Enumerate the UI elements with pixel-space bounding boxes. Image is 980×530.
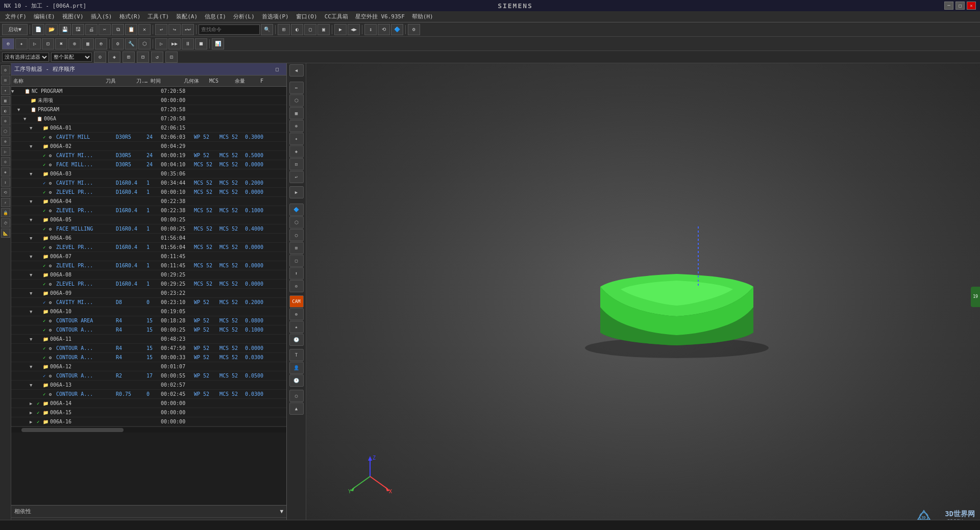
sidebar-icon-15[interactable]: 🔒 [1, 208, 10, 217]
sidebar-icon-11[interactable]: ◈ [1, 167, 10, 176]
tree-row[interactable]: ▼ 📁 006A-03 00:35:06 [11, 169, 286, 179]
mid-btn-17[interactable]: ⊗ [289, 308, 304, 320]
tree-row[interactable]: ✓ ⚙ CAVITY_MI... D16R0.4 1 00:34:44 MCS_… [11, 179, 286, 188]
view-btn-1[interactable]: ⊞ [278, 24, 290, 35]
tree-row[interactable]: ▶ ✓ 📁 006A-14 00:00:00 [11, 399, 286, 408]
mid-btn-3[interactable]: ▦ [289, 107, 304, 119]
menu-help[interactable]: 帮助(H) [409, 12, 436, 21]
view-btn-2[interactable]: ◐ [291, 24, 303, 35]
mid-btn-4[interactable]: ⊕ [289, 120, 304, 132]
mfg-btn-15[interactable]: ⏹ [195, 38, 207, 49]
sidebar-icon-7[interactable]: ⬡ [1, 127, 10, 136]
close-button[interactable]: ✕ [967, 2, 976, 10]
menu-plugin[interactable]: 星空外挂 V6.935F [352, 12, 408, 21]
mid-btn-20[interactable]: T [289, 349, 304, 361]
view-btn-8[interactable]: ⟲ [378, 24, 390, 35]
viewport[interactable]: Z X Y 19 3D 3D世界网 www.3DSJW.com [306, 63, 980, 530]
menu-window[interactable]: 窗口(O) [293, 12, 321, 21]
mfg-btn-5[interactable]: ✖ [55, 38, 67, 49]
mid-btn-13[interactable]: ▢ [289, 255, 304, 267]
filter-btn-2[interactable]: ◈ [108, 52, 120, 63]
sidebar-icon-9[interactable]: ▷ [1, 147, 10, 156]
tree-row[interactable]: ▼ 📁 006A-02 00:04:29 [11, 142, 286, 151]
mfg-btn-16[interactable]: 📊 [212, 38, 224, 49]
mfg-btn-4[interactable]: ⊡ [42, 38, 54, 49]
view-btn-3[interactable]: ▢ [304, 24, 316, 35]
mid-btn-2[interactable]: ⬡ [289, 94, 304, 107]
mfg-btn-14[interactable]: ⏸ [182, 38, 194, 49]
filter-btn-5[interactable]: ↺ [151, 52, 163, 63]
mid-btn-collapse[interactable]: ◀ [289, 64, 304, 77]
sidebar-icon-13[interactable]: ⟲ [1, 188, 10, 197]
delete-button[interactable]: ✕ [138, 24, 151, 35]
menu-insert[interactable]: 插入(S) [88, 12, 115, 21]
maximize-button[interactable]: □ [955, 2, 965, 10]
tree-row[interactable]: ▼ 📁 006A-08 00:29:25 [11, 270, 286, 280]
view-btn-4[interactable]: ▣ [317, 24, 330, 35]
tree-row[interactable]: ✓ ⚙ CONTOUR_AREA R4 15 00:18:28 WP_52 MC… [11, 316, 286, 325]
tree-row[interactable]: ✓ ⚙ CONTOUR_A... R4 15 00:00:25 WP_52 MC… [11, 325, 286, 335]
tree-row[interactable]: ✓ ⚙ CAVITY_MI... D8 0 00:23:10 WP_52 MCS… [11, 298, 286, 307]
mfg-btn-1[interactable]: ⊕ [2, 38, 14, 49]
mfg-btn-7[interactable]: ▦ [82, 38, 94, 49]
mfg-btn-2[interactable]: ✦ [15, 38, 28, 49]
nav-panel-maximize[interactable]: □ [271, 64, 283, 75]
render-btn[interactable]: 🔷 [391, 24, 403, 35]
mid-btn-16[interactable]: CAM [289, 295, 304, 308]
tree-row[interactable]: ✓ ⚙ FACE_MILLING D16R0.4 1 00:00:25 MCS_… [11, 224, 286, 234]
scope-select[interactable]: 整个装配 [51, 53, 92, 62]
mid-btn-19[interactable]: 🕐 [289, 334, 304, 346]
save-button[interactable]: 💾 [59, 24, 71, 35]
tree-row[interactable]: ▼ 📁 006A-12 00:01:07 [11, 362, 286, 371]
sidebar-icon-10[interactable]: ⊙ [1, 157, 10, 166]
sidebar-icon-14[interactable]: ⚡ [1, 198, 10, 207]
new-button[interactable]: 📄 [32, 24, 44, 35]
filter-btn-6[interactable]: ⊡ [165, 52, 178, 63]
sidebar-icon-16[interactable]: ⏱ [1, 218, 10, 228]
view-btn-6[interactable]: ◀▶ [348, 24, 360, 35]
mid-btn-7[interactable]: ⊡ [289, 158, 304, 170]
mfg-btn-3[interactable]: ▷ [29, 38, 41, 49]
sidebar-icon-2[interactable]: ⊞ [1, 75, 10, 85]
menu-file[interactable]: 文件(F) [2, 12, 30, 21]
menu-tools[interactable]: 工具(T) [144, 12, 172, 21]
search-input[interactable] [199, 24, 260, 35]
menu-assembly[interactable]: 装配(A) [173, 12, 201, 21]
mid-btn-22[interactable]: 🕐 [289, 374, 304, 387]
paste-button[interactable]: 📋 [125, 24, 137, 35]
mid-btn-24[interactable]: ▲ [289, 402, 304, 415]
mfg-btn-11[interactable]: ⬡ [138, 38, 151, 49]
tree-row[interactable]: ✓ ⚙ ZLEVEL_PR... D16R0.4 1 01:56:04 MCS_… [11, 243, 286, 252]
menu-format[interactable]: 格式(R) [116, 12, 144, 21]
tree-row[interactable]: ▼ 📁 006A-13 00:02:57 [11, 381, 286, 390]
nav-scrollbar[interactable] [11, 426, 286, 433]
tree-row[interactable]: ▼ 📁 006A-10 00:19:05 [11, 307, 286, 316]
sidebar-icon-4[interactable]: ▦ [1, 96, 10, 105]
sidebar-icon-1[interactable]: ⚙ [1, 65, 10, 74]
tree-row[interactable]: ▼ 📋 NC_PROGRAM 07:20:58 [11, 87, 286, 96]
mid-btn-5[interactable]: ✦ [289, 133, 304, 145]
tree-row[interactable]: ✓ ⚙ CAVITY_MI... D30R5 24 00:00:19 WP_52… [11, 151, 286, 160]
mid-btn-15[interactable]: ⊙ [289, 280, 304, 292]
sidebar-icon-5[interactable]: ◐ [1, 106, 10, 115]
mid-btn-6[interactable]: ◈ [289, 145, 304, 158]
cut-button[interactable]: ✂ [99, 24, 111, 35]
tree-row[interactable]: ▼ 📋 PROGRAM 07:20:58 [11, 105, 286, 114]
menu-preferences[interactable]: 首选项(P) [259, 12, 292, 21]
sidebar-icon-12[interactable]: ↕ [1, 178, 10, 187]
mid-btn-10[interactable]: ⬡ [289, 216, 304, 229]
filter-select[interactable]: 没有选择过滤器 [2, 53, 49, 62]
tree-row[interactable]: ▼ 📁 006A-07 00:11:45 [11, 252, 286, 261]
minimize-button[interactable]: ─ [944, 2, 953, 10]
mid-btn-21[interactable]: 👤 [289, 362, 304, 374]
mfg-btn-12[interactable]: ▷ [155, 38, 167, 49]
tree-row[interactable]: ✓ ⚙ ZLEVEL_PR... D16R0.4 1 00:29:25 MCS_… [11, 280, 286, 289]
undo-button[interactable]: ↩ [155, 24, 167, 35]
mfg-btn-9[interactable]: ⚙ [112, 38, 124, 49]
mid-btn-18[interactable]: ★ [289, 321, 304, 333]
menu-cctoolbox[interactable]: CC工具箱 [322, 12, 351, 21]
filter-btn-3[interactable]: ⊞ [122, 52, 135, 63]
sidebar-icon-8[interactable]: ⊕ [1, 137, 10, 146]
tree-row[interactable]: ✓ ⚙ CONTOUR_A... R2 17 00:00:55 WP_52 MC… [11, 371, 286, 381]
search-button[interactable]: 🔍 [261, 24, 273, 35]
